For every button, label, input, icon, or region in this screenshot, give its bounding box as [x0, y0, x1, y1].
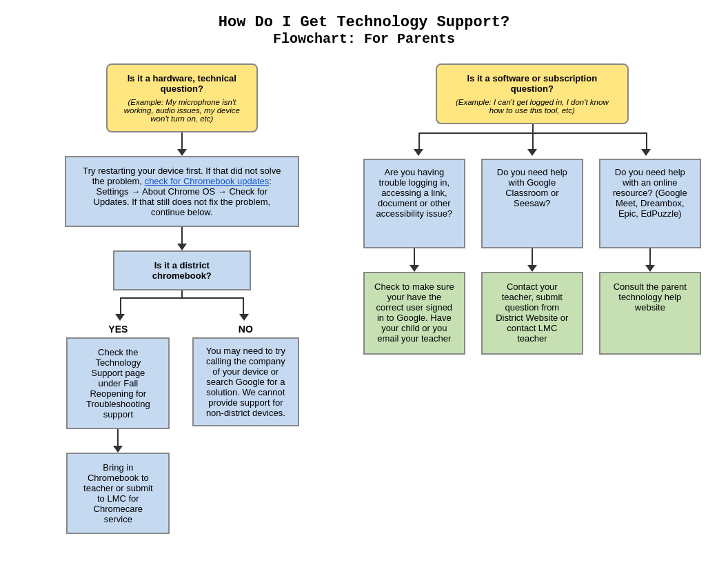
left-q1-main: Is it a hardware, technical question?: [119, 73, 245, 94]
right-column: Is it a software or subscription questio…: [357, 63, 707, 534]
right-q1-main: Is it a software or subscription questio…: [448, 73, 616, 94]
right-ans2-text: Contact your teacher, submit question fr…: [492, 282, 572, 344]
yes-no-connector-area: [65, 290, 299, 324]
right-sub-q2-box: Do you need help with Google Classroom o…: [481, 159, 583, 248]
no-box: You may need to try calling the company …: [192, 337, 299, 426]
right-branch-connector: [363, 124, 701, 159]
yes-no-label-row: YES Check the Technology Support page un…: [65, 324, 299, 534]
right-sub-col-1: Are you having trouble logging in, acces…: [363, 159, 465, 355]
right-sub-q1-box: Are you having trouble logging in, acces…: [363, 159, 465, 248]
left-column: Is it a hardware, technical question? (E…: [21, 63, 343, 534]
left-q1-box: Is it a hardware, technical question? (E…: [106, 63, 258, 132]
left-q2-main: Is it a district chromebook?: [125, 260, 239, 281]
arrow-right-2: [527, 248, 537, 272]
yes-label: YES: [108, 324, 128, 335]
right-ans1-text: Check to make sure your have the correct…: [374, 282, 454, 344]
yes-box2-text: Bring in Chromebook to teacher or submit…: [79, 462, 157, 524]
top-row: Is it a hardware, technical question? (E…: [14, 63, 714, 534]
left-q2-box: Is it a district chromebook?: [113, 250, 251, 290]
right-q1-example: (Example: I can't get logged in, I don't…: [448, 98, 616, 115]
page-title: How Do I Get Technology Support? Flowcha…: [14, 14, 714, 47]
chromebook-update-link[interactable]: check for Chromebook updates: [145, 176, 270, 186]
right-ans3-text: Consult the parent technology help websi…: [610, 282, 690, 313]
yes-box1-text: Check the Technology Support page under …: [79, 347, 157, 419]
left-q1-example: (Example: My microphone isn't working, a…: [119, 98, 245, 123]
right-sub-q3-text: Do you need help with an online resource…: [609, 167, 691, 219]
yes-box1: Check the Technology Support page under …: [66, 337, 170, 429]
no-label: NO: [239, 324, 253, 335]
right-ans1-box: Check to make sure your have the correct…: [363, 272, 465, 355]
title-line1: How Do I Get Technology Support?: [14, 14, 714, 31]
right-ans3-box: Consult the parent technology help websi…: [599, 272, 701, 355]
title-line2: Flowchart: For Parents: [14, 31, 714, 47]
left-restart-box: Try restarting your device first. If tha…: [65, 156, 299, 227]
right-ans2-box: Contact your teacher, submit question fr…: [481, 272, 583, 355]
right-sub-q2-text: Do you need help with Google Classroom o…: [491, 167, 574, 208]
right-sub-q1-text: Are you having trouble logging in, acces…: [373, 167, 456, 219]
arrow-yes-1: [113, 429, 123, 453]
arrow-right-3: [645, 248, 655, 272]
right-sub-col-2: Do you need help with Google Classroom o…: [481, 159, 583, 355]
right-sub-questions-row: Are you having trouble logging in, acces…: [363, 159, 701, 355]
yes-box2: Bring in Chromebook to teacher or submit…: [66, 453, 170, 534]
right-sub-col-3: Do you need help with an online resource…: [599, 159, 701, 355]
arrow-2: [177, 227, 187, 250]
arrow-1: [177, 132, 187, 156]
flowchart: Is it a hardware, technical question? (E…: [14, 63, 714, 534]
arrow-right-1: [410, 248, 419, 272]
right-sub-q3-box: Do you need help with an online resource…: [599, 159, 701, 248]
no-box-text: You may need to try calling the company …: [202, 346, 290, 418]
right-q1-box: Is it a software or subscription questio…: [436, 63, 629, 124]
